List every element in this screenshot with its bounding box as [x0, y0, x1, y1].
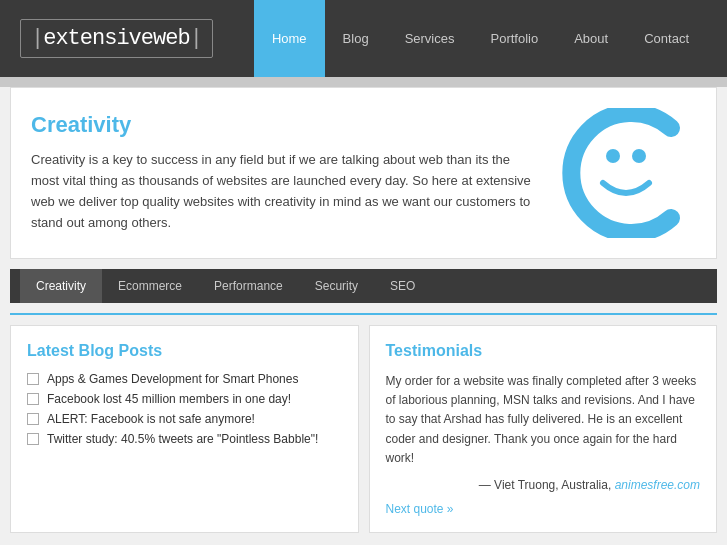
- blog-title: Latest Blog Posts: [27, 342, 342, 360]
- tab-creativity[interactable]: Creativity: [20, 269, 102, 303]
- blog-checkbox-2: [27, 413, 39, 425]
- two-column-section: Latest Blog Posts Apps & Games Developme…: [10, 325, 717, 533]
- testimonial-author-name: — Viet Truong, Australia,: [479, 478, 612, 492]
- svg-point-1: [632, 149, 646, 163]
- testimonial-author-site: animesfree.com: [615, 478, 700, 492]
- testimonial-author: — Viet Truong, Australia, animesfree.com: [386, 478, 701, 492]
- svg-point-0: [606, 149, 620, 163]
- blog-item-3: Twitter study: 40.5% tweets are "Pointle…: [27, 432, 342, 446]
- hero-title: Creativity: [31, 112, 536, 138]
- main-content: Creativity Creativity is a key to succes…: [0, 87, 727, 545]
- blog-item-0: Apps & Games Development for Smart Phone…: [27, 372, 342, 386]
- nav-about[interactable]: About: [556, 0, 626, 77]
- smiley-c-icon: [561, 108, 691, 238]
- tabs-bar: Creativity Ecommerce Performance Securit…: [10, 269, 717, 303]
- tab-seo[interactable]: SEO: [374, 269, 431, 303]
- testimonials-title: Testimonials: [386, 342, 701, 360]
- blog-item-text-2: ALERT: Facebook is not safe anymore!: [47, 412, 255, 426]
- blog-item-text-1: Facebook lost 45 million members in one …: [47, 392, 291, 406]
- testimonial-text: My order for a website was finally compl…: [386, 372, 701, 468]
- tab-performance[interactable]: Performance: [198, 269, 299, 303]
- hero-body: Creativity is a key to success in any fi…: [31, 150, 536, 233]
- blog-checkbox-1: [27, 393, 39, 405]
- blog-item-1: Facebook lost 45 million members in one …: [27, 392, 342, 406]
- tab-ecommerce[interactable]: Ecommerce: [102, 269, 198, 303]
- blog-checkbox-0: [27, 373, 39, 385]
- next-quote-link[interactable]: Next quote »: [386, 502, 701, 516]
- header: |extensiveweb| Home Blog Services Portfo…: [0, 0, 727, 77]
- nav-contact[interactable]: Contact: [626, 0, 707, 77]
- hero-text-area: Creativity Creativity is a key to succes…: [31, 112, 556, 233]
- nav-services[interactable]: Services: [387, 0, 473, 77]
- blog-section: Latest Blog Posts Apps & Games Developme…: [10, 325, 359, 533]
- testimonials-section: Testimonials My order for a website was …: [369, 325, 718, 533]
- separator: [10, 313, 717, 315]
- blog-item-2: ALERT: Facebook is not safe anymore!: [27, 412, 342, 426]
- nav-blog[interactable]: Blog: [325, 0, 387, 77]
- hero-section: Creativity Creativity is a key to succes…: [10, 87, 717, 259]
- tab-security[interactable]: Security: [299, 269, 374, 303]
- navigation: Home Blog Services Portfolio About Conta…: [254, 0, 707, 77]
- nav-home[interactable]: Home: [254, 0, 325, 77]
- blog-item-text-3: Twitter study: 40.5% tweets are "Pointle…: [47, 432, 318, 446]
- nav-portfolio[interactable]: Portfolio: [473, 0, 557, 77]
- hero-icon-area: [556, 108, 696, 238]
- logo: |extensiveweb|: [20, 19, 213, 58]
- blog-checkbox-3: [27, 433, 39, 445]
- blog-item-text-0: Apps & Games Development for Smart Phone…: [47, 372, 298, 386]
